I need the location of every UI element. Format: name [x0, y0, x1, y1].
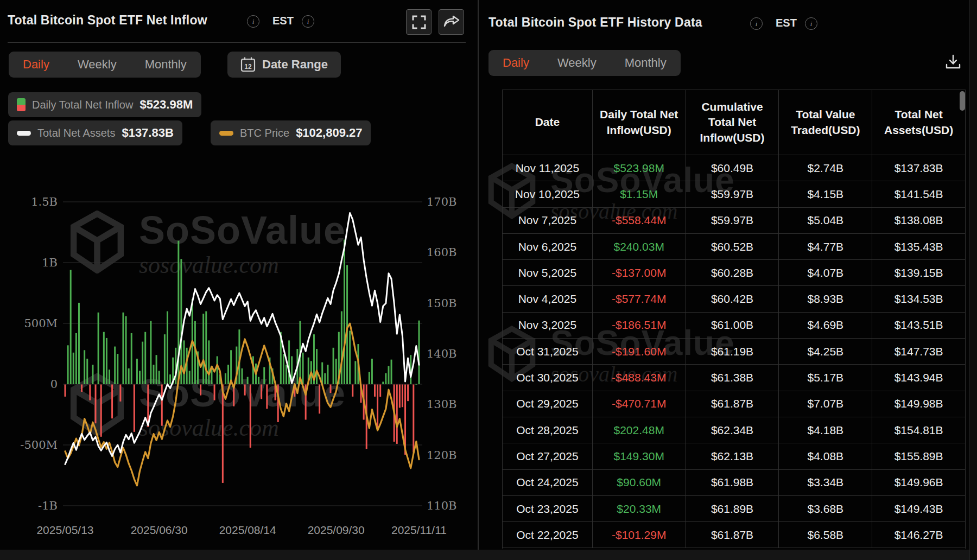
inflow-bar-positive[interactable] — [122, 313, 124, 384]
tab-daily[interactable]: Daily — [503, 56, 529, 70]
inflow-bar-negative[interactable] — [65, 385, 66, 397]
legend-total-net-assets[interactable]: Total Net Assets $137.83B — [8, 120, 182, 145]
inflow-bar-positive[interactable] — [283, 354, 284, 384]
inflow-bar-negative[interactable] — [95, 385, 97, 424]
inflow-bar-positive[interactable] — [242, 368, 243, 384]
inflow-bar-negative[interactable] — [134, 385, 135, 432]
inflow-bar-positive[interactable] — [73, 353, 74, 384]
inflow-bar-positive[interactable] — [164, 334, 166, 384]
inflow-bar-positive[interactable] — [189, 371, 191, 384]
inflow-bar-positive[interactable] — [202, 314, 204, 384]
share-button[interactable] — [439, 9, 464, 35]
inflow-bar-positive[interactable] — [128, 368, 130, 384]
tab-weekly[interactable]: Weekly — [557, 56, 597, 70]
inflow-bar-positive[interactable] — [86, 359, 88, 384]
inflow-bar-negative[interactable] — [81, 385, 83, 392]
est-info-icon[interactable]: i — [302, 15, 314, 28]
legend-btc-price[interactable]: BTC Price $102,809.27 — [211, 120, 371, 145]
inflow-bar-negative[interactable] — [111, 385, 113, 419]
inflow-bar-positive[interactable] — [139, 371, 141, 384]
inflow-bar-positive[interactable] — [208, 340, 210, 384]
inflow-bar-negative[interactable] — [396, 385, 398, 444]
tab-weekly[interactable]: Weekly — [78, 58, 117, 72]
inflow-bar-positive[interactable] — [167, 311, 168, 384]
inflow-bar-positive[interactable] — [153, 365, 155, 384]
inflow-bar-positive[interactable] — [150, 321, 151, 384]
inflow-bar-negative[interactable] — [119, 385, 121, 402]
inflow-bar-positive[interactable] — [418, 321, 420, 384]
tab-daily[interactable]: Daily — [23, 58, 49, 72]
inflow-bar-negative[interactable] — [352, 385, 353, 397]
inflow-bar-positive[interactable] — [341, 311, 342, 384]
bottom-scrollbar-track[interactable] — [0, 550, 969, 560]
inflow-bar-negative[interactable] — [319, 385, 320, 414]
inflow-bar-positive[interactable] — [117, 354, 118, 384]
inflow-bar-positive[interactable] — [225, 373, 226, 384]
inflow-bar-positive[interactable] — [230, 350, 232, 384]
title-info-icon[interactable]: i — [750, 17, 763, 30]
inflow-bar-positive[interactable] — [84, 350, 85, 384]
inflow-bar-negative[interactable] — [100, 385, 102, 437]
inflow-bar-negative[interactable] — [261, 385, 262, 399]
inflow-bar-positive[interactable] — [144, 332, 146, 384]
inflow-bar-positive[interactable] — [125, 316, 127, 384]
page-scrollbar-track[interactable] — [969, 0, 977, 560]
fullscreen-button[interactable] — [406, 9, 432, 35]
inflow-bar-positive[interactable] — [286, 365, 287, 384]
inflow-bar-negative[interactable] — [330, 385, 332, 393]
inflow-bar-negative[interactable] — [266, 385, 268, 409]
inflow-bar-negative[interactable] — [379, 385, 381, 397]
inflow-bar-positive[interactable] — [263, 367, 265, 384]
inflow-bar-positive[interactable] — [333, 348, 334, 384]
download-icon[interactable] — [944, 53, 962, 71]
inflow-bar-positive[interactable] — [114, 347, 116, 384]
inflow-bar-positive[interactable] — [302, 353, 304, 384]
inflow-bar-positive[interactable] — [349, 330, 351, 384]
inflow-bar-positive[interactable] — [92, 365, 93, 384]
inflow-bar-negative[interactable] — [377, 385, 378, 430]
tab-monthly[interactable]: Monthly — [145, 58, 187, 72]
inflow-bar-negative[interactable] — [244, 385, 246, 396]
inflow-bar-positive[interactable] — [136, 359, 138, 384]
inflow-bar-negative[interactable] — [200, 385, 201, 396]
est-info-icon[interactable]: i — [805, 17, 817, 30]
inflow-bar-negative[interactable] — [402, 385, 403, 408]
inflow-bar-positive[interactable] — [382, 381, 384, 384]
inflow-bar-positive[interactable] — [316, 349, 318, 384]
inflow-bar-positive[interactable] — [109, 370, 110, 384]
inflow-bar-positive[interactable] — [327, 365, 328, 384]
inflow-bar-positive[interactable] — [183, 340, 185, 384]
net-inflow-chart[interactable]: 1.5B1B500M0-500M-1B170B160B150B140B130B1… — [0, 163, 478, 560]
inflow-bar-positive[interactable] — [205, 311, 207, 384]
inflow-bar-negative[interactable] — [413, 385, 414, 453]
inflow-bar-positive[interactable] — [106, 338, 107, 384]
inflow-bar-positive[interactable] — [346, 265, 348, 384]
inflow-bar-negative[interactable] — [161, 385, 163, 426]
inflow-bar-positive[interactable] — [371, 359, 373, 384]
inflow-bar-positive[interactable] — [131, 333, 132, 384]
inflow-bar-positive[interactable] — [391, 360, 392, 384]
inflow-bar-positive[interactable] — [247, 377, 249, 384]
inflow-bar-positive[interactable] — [369, 372, 370, 384]
inflow-bar-positive[interactable] — [70, 270, 72, 384]
inflow-bar-negative[interactable] — [374, 385, 376, 397]
inflow-bar-negative[interactable] — [399, 385, 401, 408]
inflow-bar-positive[interactable] — [98, 313, 99, 384]
inflow-bar-positive[interactable] — [142, 342, 143, 384]
inflow-bar-positive[interactable] — [354, 361, 356, 384]
inflow-bar-positive[interactable] — [78, 303, 80, 384]
inflow-bar-positive[interactable] — [103, 332, 105, 384]
inflow-bar-positive[interactable] — [288, 340, 290, 384]
inflow-bar-positive[interactable] — [258, 377, 259, 384]
inflow-bar-positive[interactable] — [385, 373, 386, 384]
inflow-bar-positive[interactable] — [156, 355, 157, 384]
inflow-bar-negative[interactable] — [250, 385, 251, 448]
inflow-bar-positive[interactable] — [75, 333, 77, 384]
inflow-bar-negative[interactable] — [214, 385, 215, 400]
title-info-icon[interactable]: i — [247, 15, 259, 28]
inflow-bar-positive[interactable] — [67, 345, 69, 384]
inflow-bar-positive[interactable] — [415, 384, 417, 385]
tab-monthly[interactable]: Monthly — [625, 56, 667, 70]
legend-daily-net-inflow[interactable]: Daily Total Net Inflow $523.98M — [8, 92, 201, 117]
inflow-bar-negative[interactable] — [222, 385, 224, 483]
